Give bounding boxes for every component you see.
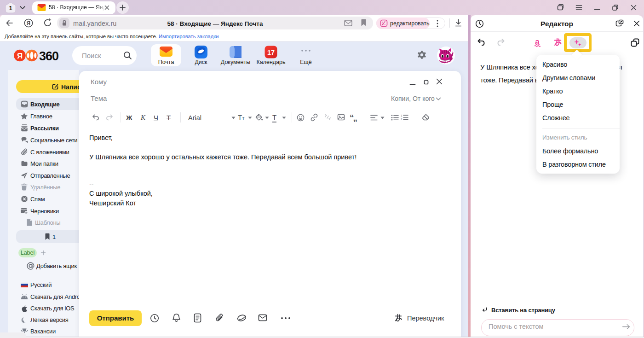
svg-text:Я: Я <box>27 20 30 26</box>
svg-text:1: 1 <box>9 5 12 12</box>
svg-text:1: 1 <box>401 114 402 117</box>
svg-text:360: 360 <box>39 49 58 62</box>
svg-text:17: 17 <box>267 49 275 56</box>
svg-text:2: 2 <box>401 118 402 121</box>
svg-text:Я: Я <box>17 52 23 60</box>
